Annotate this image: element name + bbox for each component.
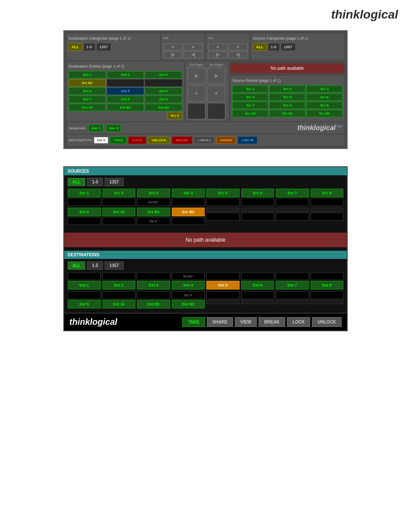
src-next-btn[interactable]: >: [228, 44, 248, 50]
seq-btn-1[interactable]: mac 1: [88, 124, 103, 132]
dst-btn-2[interactable]: Dst 2: [107, 71, 144, 78]
p2-dst-btn-9[interactable]: Dst 9: [68, 300, 101, 308]
p2-src-btn-4[interactable]: Src 4: [172, 189, 205, 197]
p2-dst-btn-4[interactable]: Dst 4: [172, 281, 205, 289]
dst-cell-4: Src B1* Dst 4: [172, 272, 205, 289]
dst-cat-1357[interactable]: 1357: [97, 43, 111, 51]
p2-src-cat-1357[interactable]: 1357: [105, 178, 124, 186]
action-unlock-btn[interactable]: UNLOCK: [148, 137, 170, 144]
dst-btn-4[interactable]: Dst 4: [68, 87, 106, 95]
dst-btn-5[interactable]: Dst 5: [107, 87, 144, 95]
p2-dst-btn-b2[interactable]: Dst B2: [172, 300, 205, 308]
src-cell-10: Src 10: [103, 208, 136, 225]
p2-src-btn-8[interactable]: Src 8: [311, 189, 344, 197]
dst-btn-src-b1[interactable]: Src B1: [68, 79, 106, 87]
p2-src-label-1: [68, 198, 101, 206]
dst-btn-1[interactable]: Dst 1: [68, 71, 106, 78]
p2-action-take-btn[interactable]: TAKE: [182, 317, 205, 327]
dst-btn-b2[interactable]: Dst B2: [145, 104, 182, 111]
p2-dst-btn-b1[interactable]: Dst B1: [137, 300, 170, 308]
src-btn-10[interactable]: Src 10: [232, 110, 268, 117]
dst-btn-10[interactable]: Dst 10: [68, 104, 106, 111]
p2-src-cat-1-5[interactable]: 1-5: [87, 178, 103, 186]
dst-btn-7[interactable]: Dst 7: [68, 96, 106, 103]
src-cat-1-5[interactable]: 1-5: [268, 43, 280, 51]
dst-btn-8[interactable]: Dst 8: [107, 96, 144, 103]
dst-pages-prev[interactable]: <: [187, 85, 206, 102]
src-btn-b2[interactable]: Src B2: [306, 110, 342, 117]
src-btn-3[interactable]: Src 3: [306, 85, 342, 93]
src-last-btn[interactable]: >|: [228, 51, 248, 58]
p2-dst-cat-1357[interactable]: 1357: [105, 261, 124, 270]
dst-next-btn[interactable]: >: [184, 44, 203, 50]
p2-src-btn-empty1: [206, 208, 240, 212]
dst-btn-6[interactable]: Dst 6: [145, 87, 182, 95]
p2-dst-btn-2[interactable]: Dst 2: [103, 281, 136, 289]
src-btn-5[interactable]: Src 5: [269, 93, 305, 101]
action-lock-btn[interactable]: LOCK: [128, 137, 146, 144]
p2-src-btn-2[interactable]: Src 2: [103, 189, 136, 197]
p2-dst-btn-3[interactable]: Dst 3: [137, 281, 170, 289]
src-btn-1[interactable]: Src 1: [232, 85, 268, 93]
p2-src-btn-5[interactable]: Src 5: [206, 189, 240, 197]
p2-action-break-btn[interactable]: BREAK: [258, 317, 285, 327]
p2-dst-btn-8[interactable]: Dst 8: [311, 281, 344, 289]
p2-dst-cat-1-5[interactable]: 1-5: [87, 261, 103, 270]
src-btn-8[interactable]: Src 8: [269, 102, 305, 109]
action-share-btn[interactable]: SHARE: [216, 137, 236, 144]
src-btn-6[interactable]: Src 6: [306, 93, 342, 101]
p2-dst-btn-7[interactable]: Dst 7: [276, 281, 309, 289]
p2-src-btn-1[interactable]: Src 1: [68, 189, 101, 197]
dst-btn-9[interactable]: Dst 9: [145, 96, 182, 103]
p2-src-btn-b1[interactable]: Src B1: [137, 208, 170, 216]
p2-dst-sub-6: [241, 272, 274, 280]
dst-pages-first[interactable]: |<: [187, 68, 206, 84]
dst-prev-btn[interactable]: <: [163, 44, 183, 50]
p2-action-view-btn[interactable]: VIEW: [235, 317, 257, 327]
dst-cat-1-5[interactable]: 1-5: [84, 43, 95, 51]
p2-dst-sub-2: [103, 272, 136, 280]
dst-cat-all[interactable]: ALL: [68, 43, 82, 51]
dst-btn-b1[interactable]: Dst B1: [107, 104, 144, 111]
p2-src-cat-all[interactable]: ALL: [68, 178, 85, 186]
action-login-btn[interactable]: LOG IN: [238, 137, 258, 144]
p2-src-btn-6[interactable]: Src 6: [241, 189, 274, 197]
p2-src-btn-9[interactable]: Src 9: [68, 208, 101, 216]
dst-btn-3[interactable]: Dst 3: [145, 71, 182, 78]
src-btn-7[interactable]: Src 7: [232, 102, 268, 109]
dst-first-btn[interactable]: |<: [163, 51, 183, 58]
src-first-btn[interactable]: |<: [208, 51, 227, 58]
p2-dst-btn-5[interactable]: Dst 5: [206, 281, 240, 289]
src-btn-4[interactable]: Src 4: [232, 93, 268, 101]
p2-no-path-message: No path available: [64, 233, 347, 247]
p2-dst-cat-all[interactable]: ALL: [68, 261, 85, 270]
src-cat-1357[interactable]: 1357: [281, 43, 296, 51]
dst-extra-src3[interactable]: Src 3: [167, 112, 182, 119]
panel2-footer: thinklogical TAKE SHARE VIEW BREAK LOCK …: [64, 313, 347, 330]
p2-src-btn-7[interactable]: Src 7: [276, 189, 309, 197]
action-take-btn[interactable]: TAKE: [110, 137, 127, 144]
p2-src-btn-10[interactable]: Src 10: [103, 208, 136, 216]
p2-action-lock-btn[interactable]: LOCK: [287, 317, 310, 327]
action-view-btn[interactable]: ( VIEW ): [194, 137, 215, 144]
src-prev-btn[interactable]: <: [208, 44, 227, 50]
src-btn-9[interactable]: Src 9: [306, 102, 342, 109]
src-cat-all[interactable]: ALL: [253, 43, 267, 51]
src-pages-prev[interactable]: <: [207, 85, 225, 102]
p2-dst-sub-7: [276, 272, 309, 280]
action-break-btn[interactable]: BREAK: [172, 137, 192, 144]
p2-dst-btn-1[interactable]: Dst 1: [68, 281, 101, 289]
src-btn-b1[interactable]: Src B1: [269, 110, 305, 117]
p2-dst-btn-6[interactable]: Dst 6: [241, 281, 274, 289]
dst-last-btn[interactable]: >|: [184, 51, 203, 58]
src-pages-first[interactable]: |<: [207, 68, 225, 84]
p2-src-label-7: [276, 198, 309, 206]
p2-src-btn-3[interactable]: Src 3: [137, 189, 170, 197]
dst-extra-row: Src 3: [68, 112, 182, 119]
src-btn-2[interactable]: Src 2: [269, 85, 305, 93]
p2-action-share-btn[interactable]: SHARE: [207, 317, 233, 327]
p2-dst-btn-10[interactable]: Dst 10: [103, 300, 136, 308]
seq-btn-2[interactable]: mac 2: [106, 124, 121, 132]
p2-src-btn-b2[interactable]: Src B2: [172, 208, 205, 216]
p2-action-unlock-btn[interactable]: UNLOCK: [312, 317, 342, 327]
